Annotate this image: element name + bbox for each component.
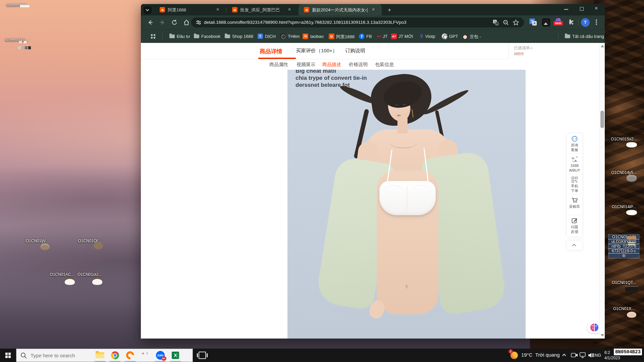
browser-toolbar: detail.1688.com/offer/832314798900.html?… [141,15,605,29]
tool-1688-aibuy[interactable]: 中A 1688AIBUY [567,154,582,174]
tool-feedback[interactable]: 问题反馈 [567,215,582,236]
tab-product-detail[interactable]: 商品详情 [260,48,282,55]
window-close-button[interactable]: × [592,4,602,14]
svg-text:A: A [496,23,498,25]
extensions-puzzle-icon[interactable] [567,18,575,26]
pencil-edit-icon [571,217,578,224]
file-explorer-button[interactable] [93,350,107,361]
desktop-icon-o1cn01qt[interactable]: O1CN01QT... [609,280,639,285]
back-button[interactable] [147,19,154,26]
bookmarks-bar: Đầu tư Facebook Shop 1688 DỊCH THêm taob… [141,29,605,43]
tab-product-detail-active[interactable]: 新款2024一片式无痕内衣女小 × [299,4,382,15]
desktop-icon-label-line: uLG1K8YBY5 [609,239,639,244]
desktop-icon-o1cn01clw-selected[interactable]: O1CN01cLW uLG1K8YBY5 n8Yp_!!22078 673711… [609,235,639,258]
desktop-icon-o1cn01uu[interactable]: O1CN01uU... [74,272,105,277]
new-tab-button[interactable]: + [386,6,393,14]
subtab-pricing[interactable]: 价格说明 [349,62,368,68]
subtab-packaging[interactable]: 包装信息 [375,62,394,68]
site-info-icon[interactable] [195,19,202,26]
extension-new-badge-icon[interactable]: NEW [554,18,562,26]
address-bar[interactable]: detail.1688.com/offer/832314798900.html?… [191,17,524,27]
search-icon [20,352,27,360]
new-badge: NEW [553,21,563,25]
excel-button[interactable] [169,350,182,361]
extension-google-translate-icon[interactable] [529,18,537,26]
zalo-icon [156,351,165,360]
bookmarks-separator [162,34,163,40]
desktop-icon-label-line: n8Yp_!!22078 [609,244,639,249]
desktop-icon-screenshot-2[interactable]: screenshot... [1,38,32,42]
scroll-down-icon[interactable] [601,334,604,337]
desktop-icon-o1cn01sx2[interactable]: O1CN01Sx2... [609,137,639,141]
bookmark-star-icon[interactable] [513,19,519,26]
desktop-icon-label: O1CN01uU... [74,272,105,277]
task-view-button[interactable] [199,352,206,359]
minimize-button[interactable] [561,4,572,14]
extension-image-tool-icon[interactable] [542,18,550,26]
scrollbar-thumb[interactable] [600,111,604,128]
scroll-up-icon[interactable] [601,45,604,47]
subtab-attributes[interactable]: 商品属性 [269,62,288,68]
svg-text:A: A [575,159,577,163]
desktop-icon-label: O1CN01ijV... [22,239,52,243]
tab-close-icon[interactable]: × [215,7,221,13]
home-button[interactable] [183,19,190,26]
svg-text:中: 中 [572,157,575,160]
maximize-button[interactable] [577,4,587,14]
weather-badge: 1 [508,349,513,354]
desktop-screen: screenshot... screenshot... O1CN01ijV...… [0,0,644,362]
page-scrollbar[interactable] [599,43,605,339]
desktop-icon-label: O1CN014y5... [609,170,639,175]
desktop-icon-o1cn01of[interactable]: O1CN01Of... [74,239,105,243]
network-icon[interactable] [580,352,587,362]
globe-icon [280,34,286,39]
selected-list-summary[interactable]: 已选清单 种0件 [514,45,533,57]
tool-mobile-order[interactable]: 手机下单 [567,174,582,195]
tab-close-icon[interactable]: × [370,7,376,13]
tab-close-icon[interactable]: × [286,7,292,13]
unikey-button[interactable] [139,350,152,361]
language-indicator[interactable]: ENG [592,353,601,358]
translate-icon[interactable]: 文A [492,19,499,26]
tab-search-button[interactable] [144,6,152,14]
apps-grid-icon[interactable] [151,34,156,39]
folder-icon [225,34,230,39]
folder-icon [194,34,200,39]
desktop-icon-screenshot-1[interactable]: screenshot... [3,3,33,7]
tool-purchase-cart[interactable]: 采购车 [567,195,582,215]
tab-buyer-reviews[interactable]: 买家评价（100+） [296,48,337,54]
meet-now-icon[interactable] [571,352,578,362]
tab-order-info[interactable]: 订购说明 [345,48,365,54]
desktop-icon-label-line: ib [609,253,639,258]
bra-seam [407,186,407,210]
desktop-icon-o1cn01ac[interactable]: O1CN01AC... [47,272,77,277]
translate-icon: 中A [571,156,578,163]
desktop-icon-o1cn01x[interactable]: O1CN01X... [609,306,639,311]
start-button[interactable] [0,349,16,362]
desktop-icon-label: O1CN014iP... [609,204,639,209]
forward-button[interactable] [159,19,166,26]
tray-expand-icon[interactable] [562,354,566,357]
zalo-button[interactable] [154,350,167,361]
tool-customer-service[interactable]: 咨询客服 [567,133,582,154]
bookmarks-separator [558,34,558,40]
desktop-icon-o1cn014ip[interactable]: O1CN014iP... [609,204,639,209]
browser-menu-icon[interactable] [596,19,597,21]
unikey-icon [141,352,145,355]
profile-avatar[interactable]: T [581,18,590,27]
coccoc-button[interactable] [123,350,137,361]
back-to-top-button[interactable] [567,241,582,250]
subtab-description[interactable]: 商品描述 [322,62,341,68]
tab-1688-wholesale[interactable]: 批发_供应_阿里巴巴 × [227,4,297,15]
subtab-video[interactable]: 视频展示 [297,62,315,68]
tab-1688-home[interactable]: 阿里1688 × [154,4,225,15]
chrome-button[interactable] [108,350,122,361]
product-hero-image: Big cheat matil chia trype of convert ti… [287,70,526,339]
zoom-search-icon[interactable] [502,19,509,26]
reload-button[interactable] [171,19,178,26]
desktop-icon-o1cn014y5[interactable]: O1CN014y5... [609,170,639,175]
taobao-icon [303,34,308,39]
viotp-icon [419,34,424,39]
1688-icon [329,34,334,39]
desktop-icon-o1cn01ijv[interactable]: O1CN01ijV... [22,239,52,243]
